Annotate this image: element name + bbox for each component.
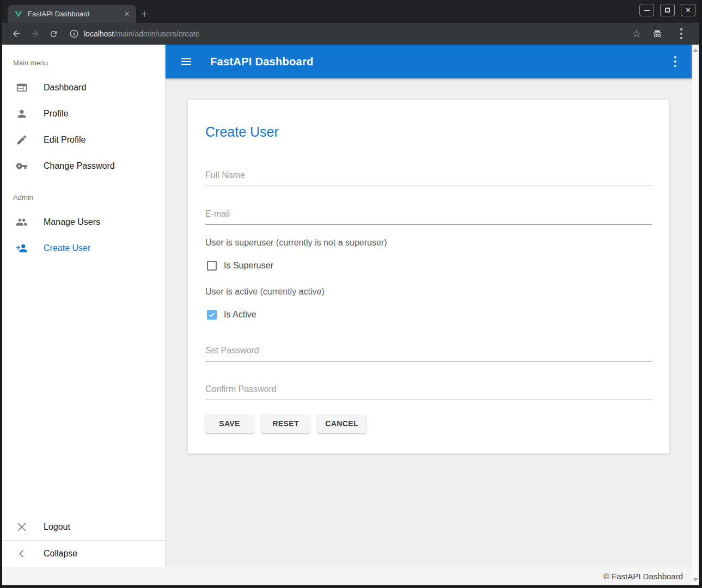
sidebar-item-profile[interactable]: Profile [2,101,165,127]
browser-toolbar: localhost/main/admin/users/create ☆ [2,23,699,45]
hamburger-menu-icon[interactable] [180,55,193,68]
sidebar-item-label: Profile [44,109,68,119]
site-info-icon[interactable] [70,29,78,38]
sidebar-item-edit-profile[interactable]: Edit Profile [2,127,165,153]
is-active-checkbox[interactable] [207,310,217,320]
footer-copyright: © FastAPI Dashboard [603,572,683,581]
confirm-password-input[interactable] [205,384,652,400]
page-content: Create User User is superuser (currently… [166,78,692,567]
is-superuser-row: Is Superuser [205,261,652,271]
sidebar-item-label: Create User [44,243,90,253]
sidebar-item-change-password[interactable]: Change Password [2,153,165,179]
person-icon [15,107,28,120]
sidebar-item-create-user[interactable]: Create User [2,235,165,261]
sidebar-section-admin: Admin [2,179,165,209]
tab-close-icon[interactable]: ✕ [122,9,132,19]
set-password-field-wrap [205,346,652,362]
incognito-icon [652,29,663,39]
sidebar-item-manage-users[interactable]: Manage Users [2,209,165,235]
logout-x-icon [15,520,28,534]
email-field-wrap [205,209,652,225]
checkmark-icon [208,311,216,318]
sidebar-item-dashboard[interactable]: Dashboard [2,75,165,101]
sidebar: Main menu Dashboard Profile [2,45,166,567]
is-superuser-label: Is Superuser [224,261,273,271]
save-button[interactable]: SAVE [205,414,254,433]
page-scrollbar[interactable] [692,45,699,585]
set-password-input[interactable] [205,346,652,362]
sidebar-item-label: Change Password [44,161,115,171]
app-title: FastAPI Dashboard [210,56,314,68]
back-icon[interactable] [9,26,24,41]
sidebar-item-logout[interactable]: Logout [2,514,165,540]
sidebar-item-label: Collapse [44,549,77,559]
active-helper-text: User is active (currently active) [205,287,652,297]
is-active-label: Is Active [224,310,257,320]
app-menu-icon[interactable] [668,54,683,69]
page-title: Create User [205,124,652,140]
bookmark-star-icon[interactable]: ☆ [632,28,641,40]
tab-strip: FastAPI Dashboard ✕ + ✕ [2,0,699,23]
browser-tab[interactable]: FastAPI Dashboard ✕ [8,5,136,23]
sidebar-item-label: Manage Users [44,217,100,227]
reset-button[interactable]: RESET [261,414,310,433]
form-actions: SAVE RESET CANCEL [205,414,652,433]
vue-favicon-icon [14,10,23,19]
sidebar-item-label: Logout [44,522,70,532]
url-path: /main/admin/users/create [114,29,199,38]
full-name-input[interactable] [205,170,652,186]
sidebar-section-main-menu: Main menu [2,45,165,75]
is-active-row: Is Active [205,310,652,320]
email-input[interactable] [205,209,652,225]
superuser-helper-text: User is superuser (currently is not a su… [205,238,652,248]
new-tab-button[interactable]: + [136,5,152,23]
scrollbar-down-arrow-icon[interactable] [693,578,698,581]
url-host: localhost [84,29,114,38]
browser-menu-icon[interactable] [674,26,689,41]
forward-icon[interactable] [27,26,42,41]
tab-title: FastAPI Dashboard [28,10,122,18]
maximize-button[interactable] [660,4,675,16]
person-add-icon [15,242,28,255]
sidebar-item-collapse[interactable]: Collapse [2,541,165,567]
chevron-left-icon [15,547,28,560]
cancel-button[interactable]: CANCEL [318,414,366,433]
people-icon [15,216,28,229]
sidebar-item-label: Dashboard [44,83,86,93]
is-superuser-checkbox[interactable] [207,261,217,271]
key-icon [15,160,28,173]
minimize-button[interactable] [639,4,654,16]
sidebar-item-label: Edit Profile [44,135,86,145]
window-controls: ✕ [639,4,695,16]
close-window-button[interactable]: ✕ [681,4,695,16]
full-name-field-wrap [205,170,652,186]
refresh-icon[interactable] [46,26,61,41]
app-header: FastAPI Dashboard [166,45,692,78]
dashboard-icon [15,81,28,94]
confirm-password-field-wrap [205,384,652,400]
pencil-icon [15,133,28,146]
url-bar[interactable]: localhost/main/admin/users/create [70,29,632,38]
create-user-card: Create User User is superuser (currently… [188,100,669,454]
app-footer: © FastAPI Dashboard [2,567,692,585]
scrollbar-up-arrow-icon[interactable] [693,48,698,52]
browser-window: FastAPI Dashboard ✕ + ✕ localhost/main/a… [0,0,702,588]
